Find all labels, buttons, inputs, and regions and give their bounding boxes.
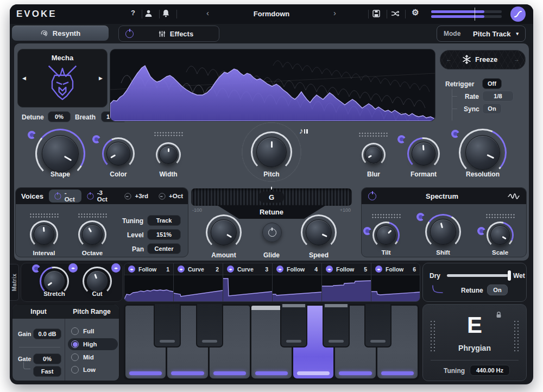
notifications-bell-icon[interactable] bbox=[162, 9, 174, 17]
mod-slot-5[interactable]: ◂▸ Follow 5 bbox=[322, 263, 371, 301]
mod-route-icon[interactable]: ◂▸ bbox=[276, 265, 283, 273]
mod-slot-4[interactable]: ◂▸ Follow 4 bbox=[273, 263, 321, 301]
formant-mod-indicator[interactable] bbox=[397, 135, 406, 143]
voice-tab-oct-down[interactable]: -Oct bbox=[49, 189, 81, 203]
interval-drag-handle[interactable] bbox=[29, 213, 59, 218]
key-Fsharp[interactable] bbox=[280, 304, 307, 347]
amount-knob[interactable] bbox=[206, 214, 242, 250]
dry-wet-handle[interactable] bbox=[508, 270, 511, 281]
formant-knob[interactable] bbox=[407, 137, 440, 170]
tilt-drag-handle[interactable] bbox=[371, 213, 401, 218]
resolution-knob[interactable] bbox=[459, 129, 507, 176]
width-drag-handle[interactable] bbox=[154, 131, 183, 136]
color-knob[interactable] bbox=[102, 137, 135, 170]
level-value[interactable]: 151% bbox=[147, 229, 181, 240]
resolution-mod-indicator[interactable] bbox=[451, 130, 459, 138]
matrix-tab[interactable]: Matrix bbox=[10, 264, 19, 301]
mod-slot-6[interactable]: ◂▸ Follow 6 bbox=[371, 263, 420, 301]
mod-slot-1[interactable]: ◂▸ Follow 1 bbox=[124, 263, 173, 301]
mecha-next-icon[interactable]: ▶ bbox=[99, 75, 103, 81]
shift-mod-indicator[interactable] bbox=[416, 213, 425, 221]
stretch-mod-indicator[interactable] bbox=[32, 264, 40, 273]
width-knob[interactable] bbox=[156, 142, 181, 167]
mode-dropdown[interactable]: Mode Pitch Track ▾ bbox=[437, 26, 526, 42]
blur-knob[interactable] bbox=[362, 143, 386, 167]
tuning-hz-value[interactable]: 440.00 Hz bbox=[470, 365, 510, 376]
mod-slot-3[interactable]: ◂▸ Curve 3 bbox=[223, 263, 272, 301]
preset-name[interactable]: Formdown bbox=[217, 10, 326, 18]
mod-route-icon[interactable]: ◂▸ bbox=[178, 265, 185, 273]
gate-speed-value[interactable]: Fast bbox=[33, 366, 61, 377]
meter-marker[interactable] bbox=[475, 8, 475, 21]
voice-power-icon[interactable] bbox=[159, 193, 166, 199]
tilt-mod-indicator[interactable] bbox=[363, 227, 371, 235]
gain-value[interactable]: 0.0 dB bbox=[33, 328, 61, 339]
pan-value[interactable]: Center bbox=[147, 243, 181, 254]
radio-icon[interactable] bbox=[71, 353, 79, 361]
voice-tab-3oct-down[interactable]: -3 Oct bbox=[81, 189, 119, 203]
mod-route-icon[interactable]: ◂▸ bbox=[128, 265, 135, 273]
pitch-knob[interactable] bbox=[251, 131, 292, 173]
mix-retune-toggle[interactable]: On bbox=[487, 284, 508, 295]
output-curve-button[interactable] bbox=[510, 7, 526, 22]
speed-knob[interactable] bbox=[301, 214, 337, 250]
preset-prev-icon[interactable]: ‹ bbox=[206, 8, 209, 17]
octave-knob[interactable] bbox=[78, 220, 106, 249]
key-Csharp[interactable] bbox=[154, 304, 181, 347]
settings-gear-icon[interactable]: ⚙ bbox=[409, 8, 421, 17]
key-Gsharp[interactable] bbox=[323, 304, 350, 347]
tab-resynth[interactable]: Resynth bbox=[12, 26, 109, 41]
mod-route-icon[interactable]: ◂▸ bbox=[326, 265, 333, 273]
snowflake-icon bbox=[462, 55, 471, 64]
dry-wet-slider[interactable] bbox=[447, 274, 510, 277]
color-mod-indicator[interactable] bbox=[92, 135, 100, 143]
pitch-range-option-low[interactable]: Low bbox=[71, 366, 96, 374]
scale-root-note[interactable]: E bbox=[423, 312, 526, 338]
mod-route-icon[interactable]: ◂▸ bbox=[375, 265, 382, 273]
scale-drag-handle[interactable] bbox=[485, 213, 515, 218]
voice-tab-oct-up[interactable]: +Oct bbox=[153, 189, 188, 203]
help-icon[interactable]: ? bbox=[127, 9, 139, 17]
interval-knob[interactable] bbox=[30, 220, 58, 249]
preset-next-icon[interactable]: › bbox=[333, 8, 336, 17]
save-icon[interactable] bbox=[372, 10, 384, 17]
voice-power-icon[interactable] bbox=[54, 193, 61, 199]
voice-tab-3rd-up[interactable]: +3rd bbox=[119, 189, 153, 203]
retune-pitch-slider[interactable]: G bbox=[191, 188, 352, 206]
octave-drag-handle[interactable] bbox=[78, 213, 107, 218]
radio-icon[interactable] bbox=[71, 366, 79, 374]
cut-route-icon[interactable]: ◂▸ bbox=[111, 263, 121, 273]
glide-power-button[interactable] bbox=[262, 223, 282, 242]
mecha-prev-icon[interactable]: ◀ bbox=[22, 75, 26, 81]
tuning-value[interactable]: Track bbox=[147, 215, 181, 226]
sync-value[interactable]: On bbox=[482, 103, 502, 114]
shape-mod-indicator[interactable] bbox=[28, 131, 36, 139]
pitch-range-option-full[interactable]: Full bbox=[71, 327, 94, 335]
account-icon[interactable] bbox=[144, 9, 156, 17]
voice-power-icon[interactable] bbox=[87, 193, 93, 199]
retrigger-value[interactable]: Off bbox=[482, 78, 502, 89]
radio-icon[interactable] bbox=[71, 327, 79, 335]
voice-power-icon[interactable] bbox=[125, 193, 131, 199]
radio-icon[interactable] bbox=[71, 340, 79, 348]
freeze-button[interactable]: ← → Freeze bbox=[440, 50, 526, 69]
mod-route-icon[interactable]: ◂▸ bbox=[227, 265, 234, 273]
pitch-range-option-high[interactable]: High bbox=[68, 338, 118, 350]
key-Dsharp[interactable] bbox=[196, 304, 223, 347]
effects-power-icon[interactable] bbox=[125, 30, 134, 38]
spectrum-power-icon[interactable] bbox=[368, 192, 376, 200]
blur-drag-handle[interactable] bbox=[358, 132, 388, 137]
stretch-route-icon[interactable]: ◂▸ bbox=[68, 263, 78, 273]
tilt-knob[interactable] bbox=[372, 222, 400, 249]
scale-knob[interactable] bbox=[487, 222, 514, 249]
scale-mod-indicator[interactable] bbox=[477, 227, 485, 235]
shift-knob[interactable] bbox=[425, 214, 461, 250]
pitch-range-option-mid[interactable]: Mid bbox=[71, 353, 94, 361]
gate-value[interactable]: 0% bbox=[33, 353, 61, 364]
key-Asharp[interactable] bbox=[364, 304, 392, 347]
randomize-shuffle-icon[interactable] bbox=[391, 10, 403, 17]
mod-slot-2[interactable]: ◂▸ Curve 2 bbox=[174, 263, 223, 301]
rate-value[interactable]: 1/8 bbox=[482, 91, 514, 102]
scale-name[interactable]: Phrygian bbox=[423, 344, 526, 352]
tab-effects[interactable]: Effects bbox=[118, 26, 219, 42]
